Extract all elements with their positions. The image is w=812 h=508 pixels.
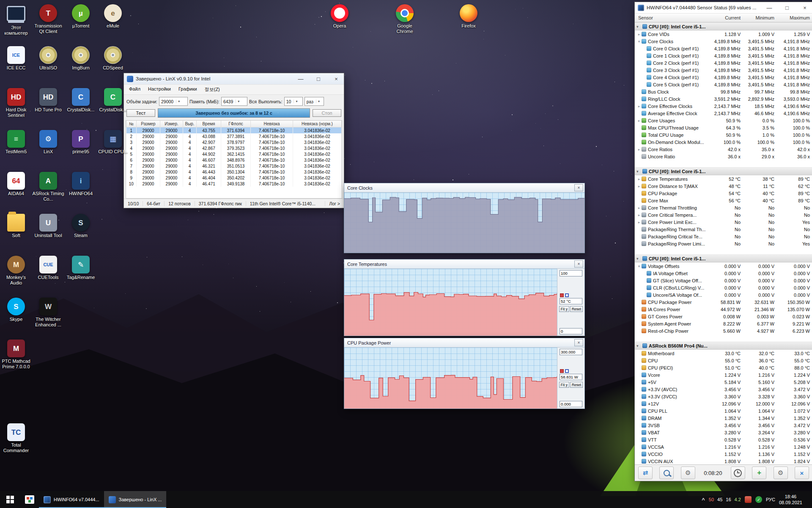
keyboard-language[interactable]: РУС [766, 497, 775, 502]
sensor-row[interactable]: 3VSB3.456 V3.456 V3.472 V [635, 422, 812, 429]
sensor-row[interactable]: Core 4 Clock (perf #1)4,189.8 MHz3,491.5… [635, 74, 812, 81]
tray-hwinfo-icon[interactable] [745, 496, 752, 503]
expand-icon[interactable]: ▸ [636, 104, 642, 108]
sensor-row[interactable]: VCCSA1.216 V1.216 V1.248 V [635, 443, 812, 450]
scale-max-input[interactable]: 100 [560, 270, 582, 276]
clock-date[interactable]: 18:46 08.09.2021 [779, 494, 802, 506]
sensor-row[interactable]: Core 5 Clock (perf #1)4,189.8 MHz3,491.5… [635, 81, 812, 88]
collapse-icon[interactable]: ▾ [636, 25, 642, 29]
desktop-icon-steam[interactable]: SSteam [65, 214, 97, 238]
tray-sensor-value[interactable]: 50 [709, 497, 714, 502]
sensor-row[interactable]: ▸Core Ratios42.0 x35.0 x42.0 x [635, 146, 812, 153]
desktop-icon-asrock-timing[interactable]: AASRock Timing Co... [32, 172, 64, 202]
sensor-row[interactable]: CPU Package54 °C40 °C89 °C [635, 190, 812, 197]
sensor-row[interactable]: Core 1 Clock (perf #1)4,189.8 MHz3,491.5… [635, 52, 812, 59]
expand-icon[interactable]: ▾ [636, 39, 642, 44]
gears-button[interactable]: ⚙ [681, 467, 695, 479]
sensor-row[interactable]: ▸Core Critical Tempera...NoNoNo [635, 211, 812, 218]
settings-button[interactable]: ⚙ [774, 467, 788, 479]
close-icon[interactable]: × [574, 339, 583, 346]
close-icon[interactable]: × [574, 184, 583, 191]
tray-antivirus-check-icon[interactable]: ✓ [755, 496, 762, 503]
tray-sensor-value[interactable]: 4.2 [735, 497, 741, 502]
scale-min-input[interactable]: 0 [560, 328, 582, 334]
sensor-row[interactable]: CPU55.0 °C36.0 °C55.0 °C [635, 357, 812, 364]
sensor-row[interactable]: ▸Core Usages50.9 %0.0 %100.0 % [635, 117, 812, 124]
minimize-icon[interactable]: — [762, 2, 777, 13]
desktop-icon-ptc-mathcad[interactable]: MPTC Mathcad Prime 7.0.0.0 [0, 340, 32, 369]
tray-sensor-value[interactable]: 16 [726, 497, 731, 502]
expand-icon[interactable]: ▸ [636, 147, 642, 152]
close-toolbar-button[interactable]: × [795, 467, 809, 479]
expand-icon[interactable]: ▸ [636, 220, 642, 224]
graph-titlebar[interactable]: CPU Package Power × [344, 338, 584, 348]
fit-y-button[interactable]: Fit y [559, 306, 569, 312]
sensor-row[interactable]: ▸Core Temperatures52 °C38 °C89 °C [635, 175, 812, 182]
collapse-icon[interactable]: ▾ [636, 169, 642, 174]
close-icon[interactable]: × [797, 2, 812, 13]
desktop-icon-total-commander[interactable]: TCTotal Commander [0, 423, 32, 453]
sensor-row[interactable]: Rest-of-Chip Power5.660 W4.927 W6.223 W [635, 327, 812, 334]
expand-icon[interactable]: ▸ [636, 119, 642, 123]
tray-sensor-value[interactable]: 45 [717, 497, 722, 502]
desktop-icon-emule[interactable]: eeMule [97, 4, 129, 29]
desktop-icon-crystaldisk-1[interactable]: CCrystalDisk... [65, 88, 97, 113]
desktop-icon-ultraiso[interactable]: UltraISO [32, 46, 64, 71]
sensor-section-header[interactable]: ▾CPU [#0]: Intel Core i5-1... [635, 254, 812, 262]
sensor-row[interactable]: ▾Core Clocks4,189.8 MHz3,491.5 MHz4,191.… [635, 38, 812, 45]
sensor-row[interactable]: CPU (PECI)51.0 °C40.0 °C88.0 °C [635, 364, 812, 371]
sensor-section-header[interactable]: ▾CPU [#0]: Intel Core i5-1... [635, 22, 812, 30]
sensor-row[interactable]: Bus Clock99.8 MHz99.7 MHz99.8 MHz [635, 88, 812, 95]
hwinfo-titlebar[interactable]: HWiNFO64 v7.044480 Sensor Status [69 val… [635, 2, 812, 14]
desktop-icon-opera[interactable]: Opera [324, 4, 356, 29]
sensor-section-header[interactable]: ▾ASRock B560M Pro4 (Nu... [635, 342, 812, 350]
sensor-row[interactable]: On-Demand Clock Modul...100.0 %100.0 %10… [635, 138, 812, 146]
desktop-icon-tag-rename[interactable]: ✎Tag&Rename [65, 256, 97, 280]
graph-titlebar[interactable]: Core Clocks × [344, 183, 584, 193]
desktop-icon-prime95[interactable]: Pprime95 [65, 130, 97, 155]
sensor-row[interactable]: VTT0.528 V0.528 V0.536 V [635, 436, 812, 443]
desktop-icon-hwinfo64[interactable]: iHWiNFO64 [65, 172, 97, 196]
sensor-row[interactable]: ▸Core Distance to TjMAX48 °C11 °C62 °C [635, 182, 812, 190]
sensor-row[interactable]: Core 2 Clock (perf #1)4,189.8 MHz3,491.5… [635, 59, 812, 66]
desktop-icon-soft-folder[interactable]: Soft [0, 214, 32, 238]
sensor-row[interactable]: VCCIO1.152 V1.136 V1.152 V [635, 450, 812, 458]
desktop-icon-crystaldisk-2[interactable]: CCrystalDisk... [97, 88, 129, 113]
sensor-row[interactable]: DRAM1.352 V1.344 V1.352 V [635, 414, 812, 422]
sensor-row[interactable]: CPU Package Power58.831 W32.631 W150.350… [635, 298, 812, 306]
sensor-row[interactable]: +12V12.096 V12.000 V12.096 V [635, 400, 812, 407]
expand-icon[interactable]: ▸ [636, 177, 642, 181]
desktop-icon-witcher[interactable]: WThe Witcher Enhanced ... [32, 298, 64, 327]
scale-max-input[interactable]: 300.000 [560, 349, 582, 355]
expand-icon[interactable]: ▸ [636, 32, 642, 36]
sensor-row[interactable]: VCCIN AUX1.808 V1.808 V1.824 V [635, 458, 812, 464]
sensor-row[interactable]: Package/Ring Critical Te...NoNoNo [635, 233, 812, 240]
sensor-row[interactable]: +3.3V (AVCC)3.456 V3.456 V3.472 V [635, 386, 812, 393]
maximize-icon[interactable]: □ [779, 2, 795, 13]
sensor-row[interactable]: VBAT3.280 V3.264 V3.280 V [635, 429, 812, 436]
desktop-icon-monkeys-audio[interactable]: MMonkey's Audio [0, 256, 32, 285]
sensor-row[interactable]: +5V5.184 V5.160 V5.208 V [635, 378, 812, 386]
sensor-row[interactable]: Vcore1.224 V1.216 V1.224 V [635, 371, 812, 378]
scale-min-input[interactable]: 0.000 [560, 401, 582, 407]
desktop-icon-ice-ecc[interactable]: ICEICE ECC [0, 46, 32, 71]
desktop-icon-uninstall-tool[interactable]: UUninstall Tool [32, 214, 64, 238]
collapse-icon[interactable]: ▾ [636, 257, 642, 261]
sensor-row[interactable]: IA Cores Power44.972 W21.346 W135.070 W [635, 306, 812, 313]
sensor-row[interactable]: Uncore/SA Voltage Of...0.000 V0.000 V0.0… [635, 291, 812, 298]
desktop-icon-google-chrome[interactable]: Google Chrome [389, 4, 421, 34]
desktop-icon-hd-tune-pro[interactable]: HDHD Tune Pro [32, 88, 64, 113]
sensor-row[interactable]: GT (Slice) Voltage Off...0.000 V0.000 V0… [635, 277, 812, 284]
sensor-row[interactable]: Max CPU/Thread Usage64.3 %3.5 %100.0 % [635, 124, 812, 131]
nav-arrows-button[interactable]: ⇄ [638, 467, 653, 479]
search-button[interactable] [659, 467, 674, 479]
sensor-section-header[interactable]: ▾CPU [#0]: Intel Core i5-1... [635, 167, 812, 175]
desktop-icon-aida64[interactable]: 64AIDA64 [0, 172, 32, 196]
desktop-icon-transmission[interactable]: TTransmission Qt Client [32, 4, 64, 34]
sensor-row[interactable]: Package/Ring Power Limi...NoNoYes [635, 240, 812, 247]
desktop-icon-cuetools[interactable]: CUECUETools [32, 256, 64, 280]
clock-button[interactable] [731, 467, 745, 479]
desktop-icon-imgburn[interactable]: ImgBurn [65, 46, 97, 71]
desktop-icon-utorrent[interactable]: µµTorrent [65, 4, 97, 29]
sensor-row[interactable]: ▸Core Thermal ThrottlingNoNoNo [635, 204, 812, 211]
